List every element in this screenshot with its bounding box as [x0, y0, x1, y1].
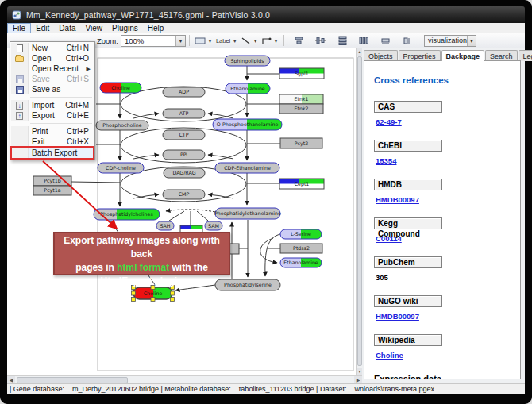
- node-label: Ptdss2: [293, 245, 310, 251]
- metabolite-node-o-phosphoethanolamine[interactable]: O-Phosphoethanolamine: [213, 119, 282, 130]
- menubar-item-edit[interactable]: Edit: [31, 23, 54, 33]
- node-label: CDP-Ethanolamine: [224, 165, 271, 171]
- selection-handle[interactable]: [171, 298, 175, 302]
- metabolite-node-ethanolamine[interactable]: Ethanolamine: [280, 258, 322, 267]
- file-menu-item-open[interactable]: OpenCtrl+O: [11, 53, 94, 63]
- common-width-button[interactable]: [379, 35, 392, 47]
- menubar-item-data[interactable]: Data: [54, 23, 80, 33]
- menu-bar: FileEditDataViewPluginsHelp: [7, 23, 525, 33]
- selection-handle[interactable]: [132, 291, 136, 295]
- line-tool-button[interactable]: ▼: [239, 35, 260, 47]
- tab-legend[interactable]: Legend: [519, 50, 532, 61]
- xref-link[interactable]: 15354: [376, 156, 396, 165]
- file-menu-item-exit[interactable]: ExitCtrl+X: [11, 137, 94, 147]
- metabolite-node-ctp[interactable]: CTP: [163, 130, 205, 140]
- common-height-icon: [402, 37, 411, 45]
- gene-node-pcyt2[interactable]: Pcyt2: [280, 138, 322, 148]
- xref-link[interactable]: 62-49-7: [376, 117, 402, 126]
- xref-link[interactable]: Choline: [376, 351, 403, 360]
- metabolite-node-ethanolamine[interactable]: Ethanolamine: [226, 83, 270, 94]
- chevron-down-icon[interactable]: ▼: [175, 36, 185, 46]
- tab-properties[interactable]: Properties: [399, 50, 441, 61]
- file-menu-item-new[interactable]: NewCtrl+N: [11, 43, 94, 53]
- gene-node-cept1[interactable]: Cept1: [279, 179, 324, 189]
- metabolite-node-cmp[interactable]: CMP: [163, 190, 205, 199]
- node-label: SAH: [160, 223, 170, 229]
- annotation-highlight: html format: [117, 262, 169, 273]
- menu-item-shortcut: Ctrl+P: [67, 127, 94, 136]
- node-label: PPi: [180, 152, 187, 157]
- node-label: Cept1: [295, 181, 310, 187]
- metabolite-node-cdp-choline[interactable]: CDP-choline: [98, 163, 144, 173]
- horizontal-scroll-thumb[interactable]: [17, 377, 128, 383]
- xref-section-title: Wikipedia: [374, 334, 442, 346]
- metabolite-node-adp[interactable]: ADP: [163, 87, 205, 97]
- menu-item-shortcut: Ctrl+S: [67, 75, 94, 83]
- menu-item-shortcut: Ctrl+E: [67, 111, 94, 120]
- backpage-panel[interactable]: Cross references CAS62-49-7ChEBI15354HMD…: [364, 60, 521, 379]
- file-menu-item-open-recent[interactable]: Open Recent▶: [11, 63, 94, 74]
- metabolite-node-sam[interactable]: SAM: [205, 221, 222, 230]
- metabolite-node-sah[interactable]: SAH: [156, 221, 174, 230]
- connector-tool-button[interactable]: ▼: [260, 35, 280, 47]
- metabolite-node-choline[interactable]: Choline: [100, 83, 141, 93]
- file-menu-item-batch-export[interactable]: Batch Export: [11, 147, 94, 159]
- selection-handle[interactable]: [151, 298, 155, 302]
- gene-node-etnk1[interactable]: Etnk1: [279, 94, 323, 104]
- canvas-horizontal-scrollbar[interactable]: ◀ ▶: [7, 375, 362, 383]
- metabolite-node-atp[interactable]: ATP: [163, 109, 205, 118]
- distribute-vertical-button[interactable]: [336, 35, 349, 47]
- distribute-horizontal-icon: [359, 36, 369, 45]
- menubar-item-view[interactable]: View: [80, 23, 107, 33]
- distribute-horizontal-button[interactable]: [357, 35, 371, 47]
- canvas-vertical-scrollbar[interactable]: ▲ ▼: [356, 48, 362, 375]
- datanode-tool-button[interactable]: ▼: [193, 35, 214, 47]
- metabolite-node-phosphatidylethanolamine[interactable]: Phosphatidylethanolamine: [214, 208, 281, 219]
- menubar-item-plugins[interactable]: Plugins: [107, 23, 143, 33]
- xref-link[interactable]: C00114: [376, 234, 402, 243]
- visualization-combobox[interactable]: visualization ▼: [424, 35, 476, 47]
- metabolite-node-cdp-ethanolamine[interactable]: CDP-Ethanolamine: [215, 163, 279, 173]
- visualization-value: visualization: [428, 37, 467, 44]
- menu-separator: [30, 94, 92, 98]
- align-center-button[interactable]: [292, 35, 306, 47]
- chevron-down-icon[interactable]: ▼: [467, 36, 476, 46]
- menubar-item-help[interactable]: Help: [143, 23, 169, 33]
- file-menu-item-export[interactable]: ↑ExportCtrl+E: [11, 110, 94, 121]
- gene-node-ptdss2[interactable]: Ptdss2: [280, 244, 322, 253]
- gene-node-sgpl1[interactable]: Sgpl1: [279, 68, 324, 79]
- file-menu-item-print[interactable]: PrintCtrl+P: [11, 126, 94, 137]
- import-icon: ↓: [11, 100, 29, 110]
- menu-separator: [30, 121, 92, 124]
- distribute-vertical-icon: [337, 36, 348, 45]
- selection-handle[interactable]: [132, 298, 136, 302]
- title-bar[interactable]: Mm_Kennedy_pathway_WP1771_45176.gpml - P…: [7, 6, 525, 23]
- zoom-value: 100%: [125, 37, 144, 45]
- metabolite-node-phosphatidylcholines[interactable]: Phosphatidylcholines: [94, 209, 160, 220]
- zoom-combobox[interactable]: 100% ▼: [121, 35, 186, 47]
- file-menu-item-save-as[interactable]: Save as: [11, 84, 94, 94]
- file-menu-item-save[interactable]: SaveCtrl+S: [11, 74, 94, 84]
- metabolite-node-sphingolipids[interactable]: Sphingolipids: [225, 56, 270, 66]
- menubar-item-file[interactable]: File: [7, 23, 31, 33]
- xref-link[interactable]: HMDB00097: [376, 195, 419, 204]
- common-height-button[interactable]: [400, 35, 413, 47]
- gene-node-pcyt1b[interactable]: Pcyt1b: [33, 176, 71, 186]
- align-middle-button[interactable]: [314, 35, 328, 47]
- label-tool-button[interactable]: Label▼: [214, 35, 239, 47]
- tab-search[interactable]: Search: [485, 50, 518, 61]
- selection-handle[interactable]: [171, 291, 175, 295]
- metabolite-node-phosphocholine[interactable]: Phosphocholine: [96, 121, 148, 130]
- gene-node-pcyt1a[interactable]: Pcyt1a: [33, 186, 71, 195]
- xref-link[interactable]: HMDB00097: [376, 312, 419, 321]
- node-label: DAG/RAG: [172, 170, 195, 175]
- metabolite-node-dag-rag[interactable]: DAG/RAG: [164, 168, 205, 178]
- node-label: Ethanolamine: [230, 86, 265, 91]
- tab-objects[interactable]: Objects: [364, 50, 398, 61]
- menu-icon-empty: [11, 137, 29, 147]
- gene-node-etnk2[interactable]: Etnk2: [279, 104, 323, 114]
- file-menu-item-import[interactable]: ↓ImportCtrl+M: [11, 100, 94, 110]
- metabolite-node-l-serine[interactable]: L-Serine: [280, 229, 322, 239]
- tab-backpage[interactable]: Backpage: [441, 50, 485, 61]
- metabolite-node-ppi[interactable]: PPi: [163, 150, 205, 160]
